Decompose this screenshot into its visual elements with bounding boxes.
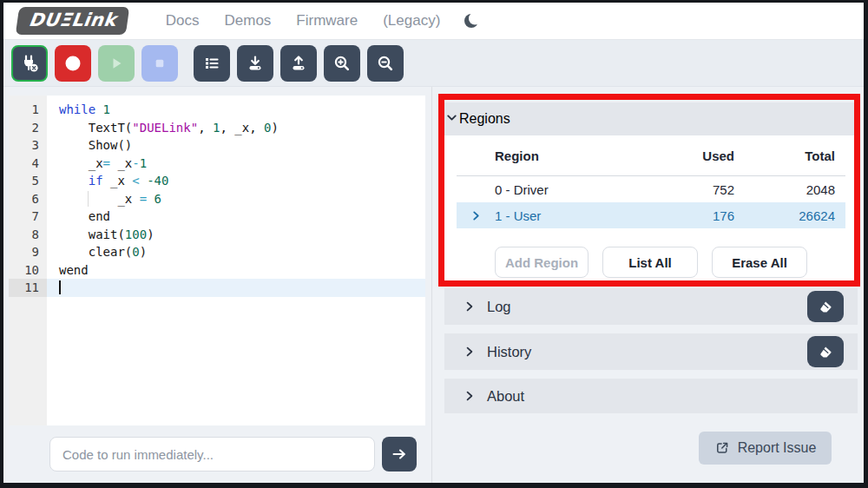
code-line[interactable]: _x = 6	[47, 190, 425, 208]
region-used: 176	[649, 208, 745, 223]
regions-actions: Add Region List All Erase All	[495, 247, 845, 278]
code-line[interactable]: wait(100)	[47, 226, 425, 244]
dark-mode-toggle[interactable]	[463, 12, 480, 30]
line-number: 1	[9, 101, 47, 119]
top-nav: DUΞLink Docs Demos Firmware (Legacy)	[3, 3, 864, 40]
nav-link-legacy[interactable]: (Legacy)	[383, 12, 440, 30]
log-panel-header[interactable]: Log	[444, 288, 858, 325]
screen-edge-bottom	[0, 483, 868, 488]
code-editor[interactable]: 1234567891011 while 1 TextT("DUELink", 1…	[9, 96, 425, 425]
indent-guide	[88, 191, 89, 207]
immediate-code-input[interactable]	[49, 437, 375, 472]
col-header-total: Total	[745, 148, 845, 163]
nav-link-firmware[interactable]: Firmware	[296, 12, 358, 30]
connect-button[interactable]	[11, 45, 48, 82]
line-number: 7	[9, 208, 47, 226]
arrow-right-icon	[391, 445, 408, 463]
code-line[interactable]: if _x < -40	[47, 172, 425, 190]
screen-edge-left	[0, 0, 3, 488]
clear-history-button[interactable]	[807, 336, 844, 367]
chevron-down-icon	[444, 110, 459, 129]
list-programs-button[interactable]	[194, 45, 230, 82]
region-total: 2048	[745, 182, 845, 197]
region-used: 752	[649, 182, 745, 197]
line-number-gutter: 1234567891011	[9, 96, 47, 425]
add-region-button[interactable]: Add Region	[495, 247, 589, 278]
line-number: 11	[9, 279, 47, 297]
line-number: 10	[9, 261, 47, 280]
record-button[interactable]	[55, 45, 91, 82]
line-number: 5	[9, 172, 47, 190]
log-panel-title: Log	[487, 299, 511, 315]
chevron-right-icon	[463, 345, 477, 359]
code-line[interactable]: TextT("DUELink", 1, _x, 0)	[47, 119, 425, 137]
history-panel-title: History	[487, 344, 531, 360]
run-button[interactable]	[98, 45, 135, 82]
regions-table: Region Used Total 0 - Driver 752 2048 1 …	[444, 135, 858, 278]
erase-all-button[interactable]: Erase All	[712, 247, 807, 278]
line-number: 6	[9, 190, 47, 208]
report-issue-label: Report Issue	[738, 440, 817, 456]
region-total: 26624	[745, 208, 845, 223]
line-number: 2	[9, 119, 47, 137]
column-divider	[431, 87, 432, 483]
about-panel-title: About	[487, 388, 524, 405]
text-cursor	[59, 280, 61, 294]
upload-icon	[289, 54, 308, 73]
eraser-icon	[818, 299, 834, 315]
report-issue-button[interactable]: Report Issue	[699, 432, 832, 465]
code-line[interactable]: end	[47, 208, 425, 226]
col-header-region: Region	[495, 148, 649, 163]
region-row-user[interactable]: 1 - User 176 26624	[457, 202, 845, 228]
list-icon	[202, 54, 221, 73]
nav-link-docs[interactable]: Docs	[166, 12, 200, 30]
history-panel-header[interactable]: History	[444, 333, 858, 370]
line-number: 3	[9, 136, 47, 155]
col-header-used: Used	[649, 148, 745, 163]
chevron-right-icon	[463, 389, 477, 403]
line-number: 9	[9, 243, 47, 261]
code-area[interactable]: while 1 TextT("DUELink", 1, _x, 0) Show(…	[47, 96, 425, 425]
run-immediate-button[interactable]	[382, 437, 417, 472]
moon-icon	[463, 12, 480, 30]
zoom-out-icon	[376, 54, 395, 73]
zoom-in-button[interactable]	[324, 45, 360, 82]
region-name: 1 - User	[495, 208, 649, 223]
code-line[interactable]	[47, 279, 425, 297]
external-link-icon	[714, 440, 730, 456]
regions-table-header: Region Used Total	[457, 135, 845, 176]
plug-disconnect-icon	[20, 54, 39, 73]
code-line[interactable]: while 1	[47, 101, 425, 119]
code-line[interactable]: wend	[47, 261, 425, 280]
app-window: DUΞLink Docs Demos Firmware (Legacy)	[0, 0, 868, 488]
regions-panel-title: Regions	[459, 111, 510, 127]
code-line[interactable]: Show()	[47, 136, 425, 155]
regions-panel-header[interactable]: Regions	[444, 102, 858, 135]
line-number: 4	[9, 155, 47, 173]
nav-link-demos[interactable]: Demos	[224, 12, 271, 30]
duelink-logo-text: DUΞLink	[27, 10, 117, 30]
play-icon	[107, 54, 126, 73]
duelink-logo[interactable]: DUΞLink	[16, 7, 129, 35]
screen-edge-top	[0, 0, 868, 3]
zoom-out-button[interactable]	[367, 45, 404, 82]
chevron-right-icon[interactable]	[457, 209, 495, 222]
upload-from-device-button[interactable]	[280, 45, 317, 82]
region-row-driver[interactable]: 0 - Driver 752 2048	[457, 176, 845, 202]
clear-log-button[interactable]	[807, 291, 844, 322]
line-number: 8	[9, 226, 47, 244]
regions-panel: Regions Region Used Total 0 - Driver 752…	[444, 102, 858, 287]
record-circle-icon	[63, 54, 82, 73]
download-to-device-button[interactable]	[237, 45, 273, 82]
zoom-in-icon	[332, 54, 352, 73]
screen-edge-right	[864, 0, 868, 488]
about-panel-header[interactable]: About	[444, 379, 858, 413]
stop-button[interactable]	[141, 45, 178, 82]
list-all-button[interactable]: List All	[602, 247, 698, 278]
code-line[interactable]: clear(0)	[47, 243, 425, 261]
code-line[interactable]: _x= _x-1	[47, 155, 425, 173]
toolbar	[3, 40, 864, 87]
region-name: 0 - Driver	[495, 182, 649, 197]
nav-links: Docs Demos Firmware (Legacy)	[166, 12, 441, 30]
chevron-right-icon	[463, 300, 477, 313]
